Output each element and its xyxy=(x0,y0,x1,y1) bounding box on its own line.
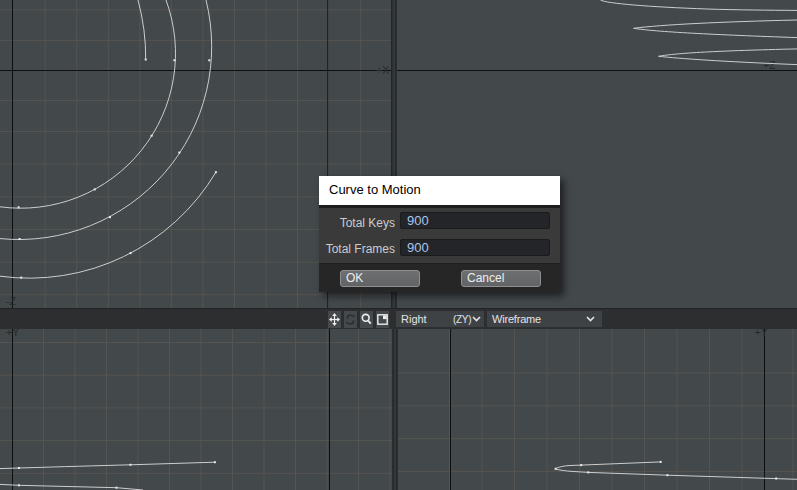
svg-text:-Z: -Z xyxy=(6,295,16,307)
svg-text:+X: +X xyxy=(376,64,389,76)
svg-text:+Z: +Z xyxy=(763,59,776,71)
